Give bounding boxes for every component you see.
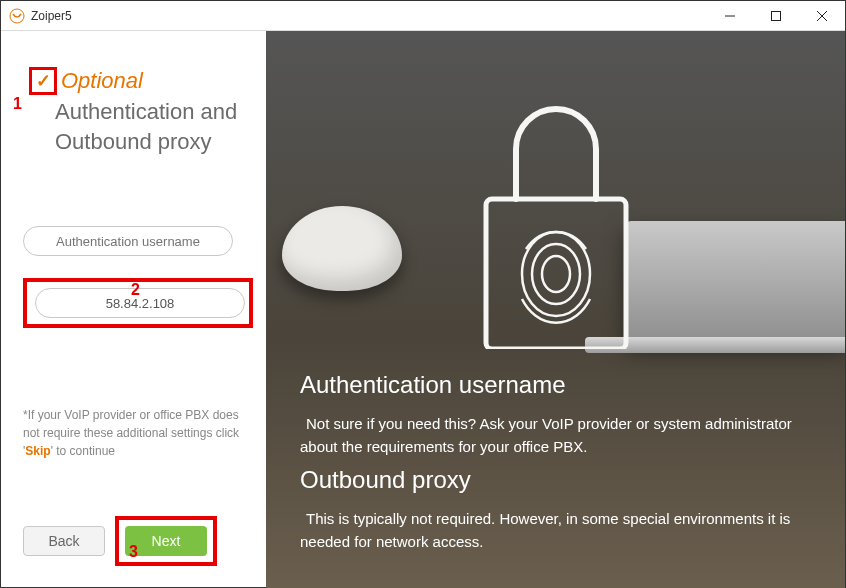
window-controls [707, 1, 845, 31]
optional-label: Optional [61, 68, 143, 94]
maximize-button[interactable] [753, 1, 799, 31]
footnote-skip: Skip [25, 444, 50, 458]
svg-rect-5 [486, 199, 626, 349]
app-icon [9, 8, 25, 24]
footnote: *If your VoIP provider or office PBX doe… [23, 406, 248, 460]
right-heading-auth: Authentication username [300, 371, 811, 399]
inputs-group [23, 226, 248, 328]
titlebar: Zoiper5 [1, 1, 845, 31]
lock-fingerprint-icon [456, 49, 656, 349]
annotation-2: 2 [131, 281, 140, 299]
check-icon: ✓ [36, 70, 51, 92]
svg-rect-2 [772, 11, 781, 20]
right-para-auth: Not sure if you need this? Ask your VoIP… [300, 413, 811, 458]
annotation-1: 1 [13, 95, 22, 113]
outbound-proxy-input[interactable] [35, 288, 245, 318]
window-title: Zoiper5 [31, 9, 72, 23]
close-button[interactable] [799, 1, 845, 31]
right-panel: Authentication username Not sure if you … [266, 31, 845, 588]
subtitle: Authentication and Outbound proxy [55, 97, 248, 156]
auth-username-input[interactable] [23, 226, 233, 256]
app-window: Zoiper5 1 2 3 ✓ Optional [0, 0, 846, 588]
laptop-illustration [625, 221, 845, 341]
svg-point-0 [10, 9, 24, 23]
minimize-button[interactable] [707, 1, 753, 31]
annotation-3: 3 [129, 543, 138, 561]
left-panel: 1 2 3 ✓ Optional Authentication and Outb… [1, 31, 266, 588]
subtitle-line-2: Outbound proxy [55, 127, 248, 157]
back-button[interactable]: Back [23, 526, 105, 556]
right-text-block: Authentication username Not sure if you … [300, 371, 811, 561]
svg-point-6 [542, 256, 570, 292]
optional-row: ✓ Optional [29, 67, 248, 95]
footnote-suffix: ' to continue [51, 444, 115, 458]
content-area: 1 2 3 ✓ Optional Authentication and Outb… [1, 31, 845, 588]
right-para-proxy: This is typically not required. However,… [300, 508, 811, 553]
subtitle-line-1: Authentication and [55, 97, 248, 127]
right-heading-proxy: Outbound proxy [300, 466, 811, 494]
mouse-illustration [282, 206, 402, 291]
svg-point-7 [532, 244, 580, 304]
optional-checkbox[interactable]: ✓ [29, 67, 57, 95]
